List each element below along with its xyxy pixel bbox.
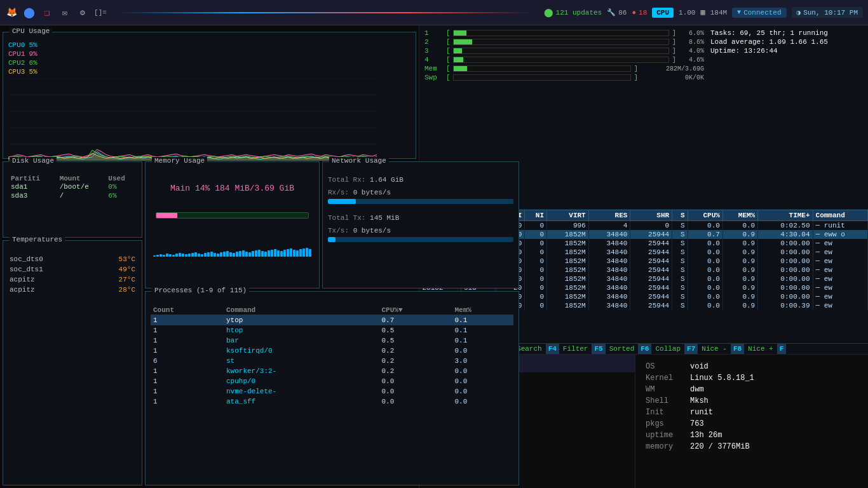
sysinfo-os: OS void: [646, 362, 858, 371]
memory-sparkline-bar: [264, 252, 267, 257]
htop-footer-item[interactable]: F7 Nice -: [684, 344, 731, 354]
pocket-icon[interactable]: ❑: [41, 6, 53, 19]
sysinfo-panel: OS void Kernel Linux 5.8.18_1 WM dwm She…: [635, 355, 868, 488]
memory-sparkline-bar: [214, 253, 216, 257]
process-row[interactable]: 1 bar 0.5 0.1: [151, 336, 513, 346]
disk-col-used: Used: [105, 175, 137, 182]
temperatures-title: Temperatures: [10, 236, 65, 243]
htop-footer-item[interactable]: F6 Collap: [638, 344, 684, 354]
htop-proc-th: Command: [813, 210, 867, 221]
sysinfo-memory: memory 220 / 3776MiB: [646, 442, 858, 451]
memory-sparkline-bar: [236, 252, 238, 257]
network-usage-panel: Network Usage Total Rx: 1.64 GiB Rx/s: 0…: [322, 161, 519, 288]
htop-load: Load average: 1.09 1.66 1.65: [710, 38, 863, 46]
memory-sparkline-bar: [201, 254, 203, 257]
sysinfo-init: Init runit: [646, 408, 858, 417]
cpu2-label: CPU2 6%: [8, 59, 37, 67]
memory-text: Main 14% 184 MiB/3.69 GiB: [151, 184, 314, 193]
memory-sparkline-bar: [302, 248, 305, 257]
memory-sparkline-bar: [198, 254, 200, 257]
process-row[interactable]: 1 ksoftirqd/0 0.2 0.0: [151, 346, 513, 356]
memory-sparkline-bar: [156, 255, 159, 257]
memory-sparkline-bar: [194, 252, 197, 257]
disk-usage-panel: Disk Usage Partiti Mount Used sda1/boot/…: [3, 161, 142, 238]
memory-sparkline-bar: [175, 254, 178, 257]
cpu-usage-title: CPU Usage: [10, 27, 52, 35]
bottom-row: Disk Usage Partiti Mount Used sda1/boot/…: [3, 161, 416, 485]
alert-item: ● 18: [632, 9, 647, 17]
disk-row: sda3/6%: [8, 191, 137, 200]
cpu-usage-panel: CPU Usage CPU0 5% CPU1 9% CPU2 6%: [3, 32, 416, 159]
wrench-item: 🔧 86: [607, 8, 627, 17]
topbar-left: 🦊 ⬤ ❑ ✉ ⚙ []=: [5, 6, 538, 19]
process-row[interactable]: 1 kworker/3:2- 0.2 0.0: [151, 366, 513, 376]
proc-col-count: Count: [151, 306, 224, 315]
memory-title: Memory Usage: [152, 157, 207, 165]
htop-bar-fill: [454, 39, 472, 44]
disk-col-partition: Partiti: [8, 175, 57, 182]
process-row[interactable]: 1 nvme-delete- 0.0 0.0: [151, 386, 513, 396]
memory-sparkline-bar: [271, 250, 273, 257]
memory-sparkline-bar: [248, 252, 251, 257]
memory-sparkline-bar: [293, 250, 295, 257]
updates-item: ⬤ 121 updates: [544, 8, 602, 18]
memory-sparkline-bar: [159, 254, 162, 257]
clock-icon: ◑: [797, 8, 801, 17]
firefox-icon[interactable]: 🦊: [5, 6, 18, 19]
htop-bar-fill: [454, 30, 466, 36]
process-row[interactable]: 6 st 0.2 3.0: [151, 356, 513, 366]
htop-footer-item[interactable]: F5 Sorted: [592, 344, 638, 354]
htop-bar-bg: [453, 57, 670, 63]
network-rxs-info: Rx/s: 0 bytes/s: [328, 189, 513, 196]
memory-usage-panel: Memory Usage Main 14% 184 MiB/3.69 GiB: [145, 161, 320, 288]
memory-sparkline-bar: [172, 255, 175, 257]
cpu-labels: CPU0 5% CPU1 9% CPU2 6% CPU3 5%: [8, 41, 37, 76]
memory-sparkline-bar: [223, 252, 226, 257]
htop-proc-th: TIME+: [758, 210, 813, 221]
gear-icon[interactable]: ⚙: [76, 6, 89, 19]
connected-badge: ▼ Connected: [732, 8, 786, 18]
memory-sparkline-bar: [245, 252, 248, 257]
memory-sparkline-bar: [188, 254, 191, 257]
temperatures-panel: Temperatures soc_dts053°Csoc_dts149°Cacp…: [3, 240, 142, 485]
memory-sparkline-bar: [226, 251, 229, 257]
datetime-value: Sun, 10:17 PM: [803, 9, 858, 17]
memory-sparkline-bar: [252, 251, 254, 257]
process-row[interactable]: 1 htop 0.5 0.1: [151, 325, 513, 336]
htop-bar-bg: [453, 30, 670, 36]
htop-mem-bar-bg: [453, 65, 632, 72]
memory-sparkline-bar: [217, 254, 219, 257]
mail-icon[interactable]: ✉: [58, 6, 71, 19]
memory-sparkline-bar: [277, 250, 280, 257]
htop-footer-item[interactable]: F: [777, 344, 794, 354]
htop-cpu-bar-row: 1 [ ] 6.0%: [424, 29, 704, 37]
htop-proc-th: CPU%: [688, 210, 722, 221]
htop-stats: Tasks: 69, 25 thr; 1 running Load averag…: [710, 29, 863, 83]
memory-sparkline-bar: [204, 253, 207, 257]
memory-sparkline-bar: [239, 251, 241, 257]
chrome-icon[interactable]: ⬤: [23, 6, 36, 19]
sysinfo-wm: WM dwm: [646, 385, 858, 394]
cpu0-label: CPU0 5%: [8, 41, 37, 49]
htop-bar-bg: [453, 48, 670, 54]
process-row[interactable]: 1 ytop 0.7 0.1: [151, 315, 513, 326]
bracket-icon[interactable]: []=: [94, 6, 107, 19]
htop-cpu-bar-row: 3 [ ] 4.0%: [424, 47, 704, 55]
proc-col-command: Command: [224, 306, 379, 315]
cpu-graph-canvas: [8, 78, 377, 161]
process-row[interactable]: 1 cpuhp/0 0.0 0.0: [151, 376, 513, 386]
disk-table: Partiti Mount Used sda1/boot/e0%sda3/6%: [8, 175, 137, 200]
memory-sparkline-bar: [182, 254, 184, 257]
memory-sparkline-bar: [258, 250, 261, 257]
topbar: 🦊 ⬤ ❑ ✉ ⚙ []= ⬤ 121 updates 🔧 86 ● 18 CP…: [0, 0, 868, 25]
htop-footer-item[interactable]: F8 Nice +: [731, 344, 777, 354]
htop-mem-fill: [454, 66, 467, 71]
memory-sparkline-bar: [283, 250, 286, 257]
memory-sparkline-bar: [255, 250, 257, 257]
memory-sparkline-bar: [185, 254, 187, 257]
sysinfo-shell: Shell Mksh: [646, 396, 858, 405]
htop-footer-item[interactable]: F4 Filter: [546, 344, 592, 354]
memory-sparkline-bar: [268, 250, 270, 257]
process-row[interactable]: 1 ata_sff 0.0 0.0: [151, 396, 513, 407]
memory-sparkline-bar: [166, 254, 168, 257]
